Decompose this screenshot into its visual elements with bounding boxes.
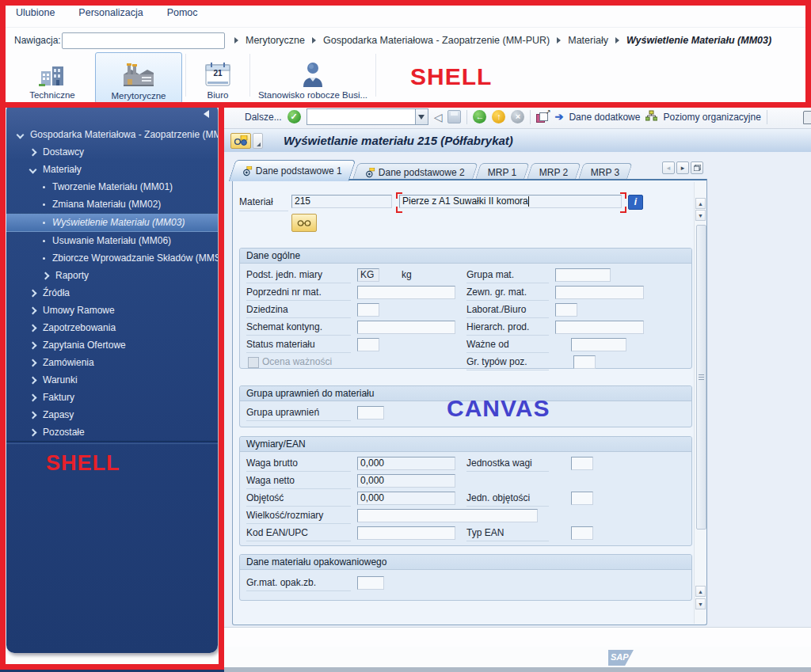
- tree-item-warunki[interactable]: Warunki: [6, 371, 218, 389]
- tree-item-zamowienia[interactable]: Zamówienia: [6, 354, 218, 371]
- tree-item-pozostale[interactable]: Pozostałe: [6, 423, 218, 441]
- valid-from-field[interactable]: [571, 338, 626, 351]
- tree-item-raporty[interactable]: Raporty: [6, 267, 218, 284]
- scroll-up-button[interactable]: ▲: [695, 586, 706, 597]
- tree-item-mm03-selected[interactable]: Wyświetlenie Materiału (MM03): [6, 213, 218, 232]
- validity-checkbox[interactable]: [248, 357, 259, 368]
- field-label: Schemat kontyng.: [246, 321, 351, 336]
- gross-weight-field[interactable]: 0,000: [357, 457, 455, 470]
- enter-icon[interactable]: ◁: [434, 111, 443, 123]
- person-icon: [299, 59, 326, 89]
- tree-item-dostawcy[interactable]: Dostawcy: [6, 143, 218, 161]
- dane-dodatkowe-button[interactable]: Dane dodatkowe: [569, 112, 640, 123]
- tree-item-umowy[interactable]: Umowy Ramowe: [6, 302, 218, 319]
- form-row: Dziedzina Laborat./Biuro: [246, 302, 687, 320]
- selection-corner: [620, 192, 626, 199]
- scroll-up-button[interactable]: ▲: [695, 198, 706, 209]
- selection-corner: [396, 192, 402, 199]
- tree-item-materialy[interactable]: Materiały: [6, 161, 218, 178]
- display-mode-icon-button[interactable]: [230, 133, 251, 149]
- base-uom-field[interactable]: KG: [357, 268, 379, 282]
- lab-office-field[interactable]: [555, 303, 577, 317]
- cancel-icon[interactable]: ×: [511, 110, 524, 123]
- print-icon[interactable]: [803, 111, 811, 124]
- scroll-down-button[interactable]: ▼: [695, 598, 706, 609]
- field-label: Ważne od: [466, 339, 549, 353]
- tree-item-zapotrzebowania[interactable]: Zapotrzebowania: [6, 319, 218, 336]
- tree-item-gospodarka[interactable]: Gospodarka Materiałowa - Zaopatrzenie (M…: [6, 126, 218, 143]
- menu-personalizacja[interactable]: Personalizacja: [78, 7, 143, 18]
- breadcrumb-materialy[interactable]: Materiały: [568, 35, 608, 46]
- tab-scroll-controls: ◂ ▸: [662, 161, 710, 174]
- section-header: Dane materiału opakowaniowego: [240, 555, 691, 570]
- volume-field[interactable]: 0,000: [357, 492, 455, 505]
- dalsze-button[interactable]: Dalsze...: [245, 112, 282, 123]
- weight-unit-field[interactable]: [571, 457, 593, 470]
- material-description-field[interactable]: Pierze z A1 Suwałki II komora: [399, 195, 622, 208]
- transaction-titlebar: Wyświetlanie materiału 215 (Półfabrykat): [224, 129, 811, 152]
- tab-scroll-left-button[interactable]: ◂: [662, 161, 675, 174]
- packaging-material-group-field[interactable]: [357, 576, 384, 590]
- section-dane-opakowaniowe: Dane materiału opakowaniowego Gr.mat. op…: [239, 554, 692, 601]
- tree-item-zapasy[interactable]: Zapasy: [6, 406, 218, 423]
- tree-item-mmsc[interactable]: Zbiorcze Wprowadzanie Składów (MMSC): [6, 249, 218, 267]
- menu-ulubione[interactable]: Ulubione: [16, 7, 55, 18]
- form-row: Objętość 0,000 Jedn. objętości: [246, 491, 687, 508]
- quota-scheme-field[interactable]: [357, 321, 455, 334]
- launcher-stanowisko[interactable]: Stanowisko robocze Busi...: [253, 52, 372, 102]
- new-session-icon[interactable]: ↗: [536, 111, 549, 123]
- old-material-field[interactable]: [357, 286, 455, 299]
- material-group-field[interactable]: [555, 268, 611, 282]
- tree-item-mm01[interactable]: Tworzenie Materiału (MM01): [6, 178, 218, 196]
- item-category-group-field[interactable]: [573, 355, 596, 369]
- field-label: Laborat./Biuro: [466, 304, 549, 318]
- tab-scroll-right-button[interactable]: ▸: [676, 161, 689, 174]
- tree-item-faktury[interactable]: Faktury: [6, 389, 218, 406]
- launcher-biuro[interactable]: 21 Biuro: [189, 52, 246, 102]
- combobox-dropdown-button[interactable]: [416, 108, 428, 125]
- launcher-merytoryczne[interactable]: Merytoryczne: [95, 52, 182, 104]
- form-row: Ocena ważności Gr. typów poz.: [246, 355, 687, 372]
- field-label: Jednostka wagi: [466, 457, 549, 472]
- launcher-techniczne[interactable]: Techniczne: [10, 52, 95, 102]
- tree-item-zapytania[interactable]: Zapytania Ofertowe: [6, 336, 218, 354]
- display-glasses-button[interactable]: [291, 214, 317, 232]
- ean-category-field[interactable]: [571, 526, 593, 540]
- navigation-label: Nawigacja:: [14, 35, 61, 46]
- back-icon[interactable]: ←: [473, 110, 486, 123]
- tree-item-zrodla[interactable]: Źródła: [6, 284, 218, 302]
- tab-dane-podstawowe-1[interactable]: Dane podstawowe 1: [229, 160, 356, 181]
- poziomy-button[interactable]: Poziomy organizacyjne: [663, 112, 760, 123]
- info-button[interactable]: i: [628, 195, 643, 210]
- confirm-check-icon[interactable]: ✓: [287, 110, 301, 123]
- form-row: Status materiału Ważne od: [246, 337, 687, 355]
- form-scrollbar[interactable]: ▲ ▼ ▲ ▼: [694, 182, 706, 624]
- authorization-group-field[interactable]: [357, 406, 384, 420]
- exit-icon[interactable]: ↑: [492, 110, 505, 123]
- net-weight-field[interactable]: 0,000: [357, 474, 455, 488]
- titlebar-dropdown-button[interactable]: [253, 133, 263, 149]
- tree-item-mm06[interactable]: Usuwanie Materiału (MM06): [6, 232, 218, 249]
- scrollbar-thumb[interactable]: [696, 225, 706, 530]
- volume-unit-field[interactable]: [571, 492, 593, 505]
- scroll-down-button[interactable]: ▼: [695, 210, 706, 221]
- breadcrumb-merytoryczne[interactable]: Merytoryczne: [246, 35, 305, 46]
- material-number-field[interactable]: 215: [291, 195, 392, 208]
- command-combobox[interactable]: [307, 108, 416, 125]
- chevron-right-icon: [29, 393, 37, 401]
- division-field[interactable]: [357, 303, 379, 317]
- tab-overview-button[interactable]: [691, 161, 703, 174]
- product-hierarchy-field[interactable]: [555, 321, 644, 334]
- breadcrumb-gospodarka[interactable]: Gospodarka Materiałowa - Zaopatrzenie (M…: [323, 35, 550, 46]
- chevron-right-icon: [29, 376, 37, 384]
- tree-item-mm02[interactable]: Zmiana Materiału (MM02): [6, 196, 218, 213]
- menu-pomoc[interactable]: Pomoc: [167, 7, 198, 18]
- size-dimensions-field[interactable]: [357, 509, 538, 522]
- ean-upc-field[interactable]: [357, 526, 455, 540]
- save-icon[interactable]: [447, 110, 461, 123]
- calendar-day: 21: [204, 69, 231, 78]
- navigation-input[interactable]: [62, 32, 225, 49]
- material-status-field[interactable]: [357, 338, 379, 351]
- sidebar-collapse-button[interactable]: [200, 108, 211, 120]
- ext-material-group-field[interactable]: [555, 286, 644, 299]
